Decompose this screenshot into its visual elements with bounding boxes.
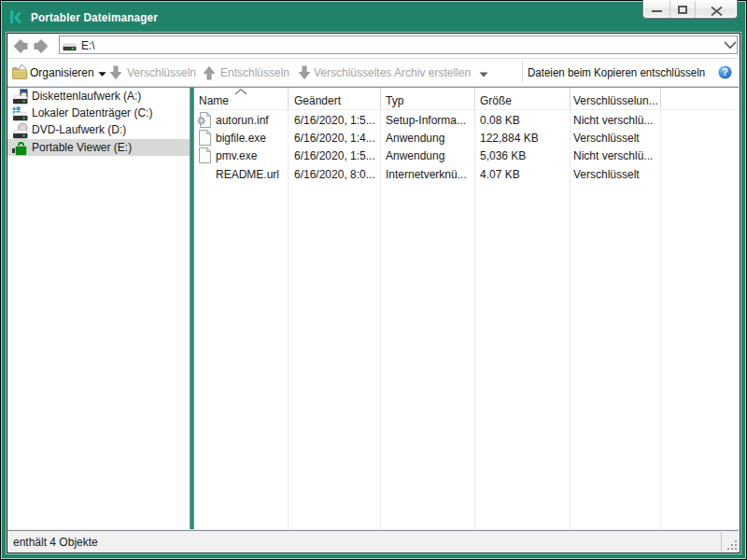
svg-text:?: ?	[722, 66, 727, 77]
